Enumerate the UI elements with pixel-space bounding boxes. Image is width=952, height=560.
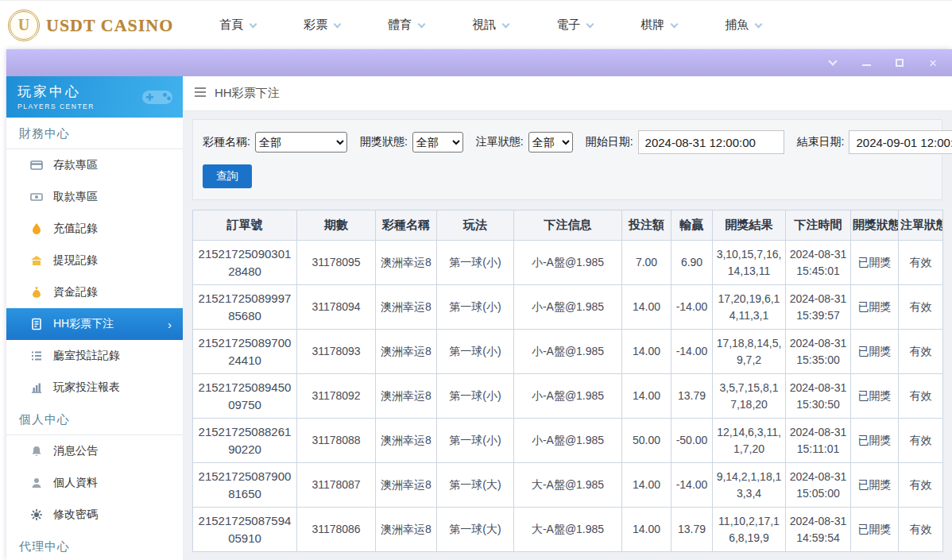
table-cell: 14.00: [622, 508, 671, 552]
table-cell: 有效: [899, 419, 943, 463]
column-header: 投注額: [622, 210, 671, 241]
lottery-ticket-icon: [30, 318, 43, 330]
table-cell: 有效: [899, 330, 943, 374]
nav-item-lottery[interactable]: 彩票: [304, 17, 340, 33]
sidebar-item-withdrawal-record[interactable]: 提現記錄: [6, 245, 183, 276]
table-cell: 已開獎: [851, 374, 899, 419]
table-cell: 澳洲幸运8: [376, 508, 437, 552]
order-status-select[interactable]: 全部: [528, 132, 573, 153]
sidebar-item-label: 充值記錄: [53, 222, 98, 236]
table-row: 215217250899978568031178094澳洲幸运8第一球(小)小-…: [193, 285, 943, 330]
table-cell: 2152172508999785680: [193, 285, 297, 330]
table-cell: 第一球(小): [437, 330, 514, 374]
nav-item-label: 首頁: [219, 17, 243, 33]
sidebar: 玩家中心 PLAYERS CENTER 財務中心 存款專: [6, 76, 183, 560]
chevron-down-icon: [334, 20, 342, 28]
table-cell: 第一球(大): [437, 508, 514, 552]
column-header: 輸贏: [671, 210, 713, 241]
table-cell: 3,5,7,15,8,17,18,20: [713, 374, 786, 419]
nav-item-label: 棋牌: [640, 17, 664, 33]
sidebar-item-profile[interactable]: 個人資料: [6, 467, 183, 499]
table-cell: 2152172508759405910: [193, 508, 297, 552]
nav-item-sports[interactable]: 體育: [388, 17, 424, 33]
start-date-label: 開始日期:: [586, 135, 633, 149]
table-cell: -14.00: [671, 463, 713, 508]
table-cell: 第一球(小): [437, 374, 514, 419]
table-cell: 已開獎: [851, 330, 899, 374]
sidebar-item-label: 提現記錄: [53, 253, 98, 268]
section-header-agent: 代理中心: [6, 531, 183, 560]
table-cell: 有效: [899, 241, 943, 285]
chevron-down-icon: [586, 20, 594, 28]
table-cell: 2152172509030128480: [193, 241, 297, 285]
sidebar-item-withdraw[interactable]: 取款專區: [6, 181, 183, 213]
nav-item-board-games[interactable]: 棋牌: [640, 17, 677, 33]
sidebar-item-announcements[interactable]: 消息公告: [6, 435, 183, 467]
table-cell: 2024-08-31 15:35:00: [786, 330, 851, 374]
table-cell: 有效: [899, 463, 943, 508]
start-date-input[interactable]: [638, 130, 784, 154]
close-icon[interactable]: ×: [927, 56, 939, 69]
chevron-down-icon: [755, 20, 763, 28]
table-cell: 31178095: [297, 241, 376, 285]
filter-panel: 彩種名稱: 全部 開獎狀態: 全部 注單狀態:: [192, 119, 942, 200]
table-cell: 31178094: [297, 285, 376, 330]
table-cell: 14.00: [622, 463, 671, 508]
gamepad-icon: [138, 83, 176, 114]
table-cell: 澳洲幸运8: [376, 374, 437, 419]
sidebar-item-funds-record[interactable]: 資金記錄: [6, 276, 183, 308]
window-titlebar: ×: [6, 49, 952, 76]
sidebar-item-recharge-record[interactable]: 充值記錄: [6, 213, 183, 245]
nav-item-home[interactable]: 首頁: [219, 17, 256, 33]
table-cell: 31178092: [297, 374, 376, 419]
table-cell: 小-A盤@1.985: [514, 285, 622, 330]
site-logo[interactable]: U USDT CASINO: [8, 10, 173, 41]
minimize-icon[interactable]: [860, 56, 873, 69]
maximize-icon[interactable]: [893, 56, 906, 69]
collapse-icon[interactable]: [826, 56, 839, 69]
column-header: 開獎結果: [713, 210, 786, 241]
table-cell: 第一球(大): [437, 463, 514, 508]
player-center-window: × 玩家中心 PLAYERS CENTER 財務中心: [6, 49, 952, 560]
sidebar-item-hall-bet-record[interactable]: 廳室投註記錄: [6, 340, 183, 372]
table-cell: 小-A盤@1.985: [514, 374, 622, 419]
nav-item-slots[interactable]: 電子: [556, 17, 593, 33]
section-header-personal: 個人中心: [6, 404, 183, 435]
sidebar-item-player-bet-report[interactable]: 玩家投注報表: [6, 372, 183, 404]
table-cell: 小-A盤@1.985: [514, 330, 622, 374]
lottery-name-select[interactable]: 全部: [255, 132, 347, 153]
chevron-down-icon: [250, 20, 257, 28]
table-cell: 2024-08-31 15:39:57: [786, 285, 851, 330]
content-area: 彩種名稱: 全部 開獎狀態: 全部 注單狀態:: [183, 111, 952, 560]
table-header-row: 訂單號期數彩種名稱玩法下注信息投注額輸贏開獎結果下注時間開獎狀態注單狀態: [193, 210, 943, 241]
table-cell: 7.00: [622, 241, 671, 285]
sidebar-item-deposit[interactable]: 存款專區: [6, 149, 183, 181]
cash-icon: [30, 191, 43, 203]
column-header: 期數: [297, 210, 376, 241]
column-header: 下注時間: [786, 210, 851, 241]
table-row: 215217250875940591031178086澳洲幸运8第一球(大)大-…: [193, 508, 943, 552]
nav-item-live-video[interactable]: 視訊: [472, 17, 509, 33]
table-cell: 50.00: [622, 419, 671, 463]
table-cell: 2024-08-31 15:11:01: [786, 419, 851, 463]
end-date-input[interactable]: [849, 130, 952, 154]
logo-emblem-icon: U: [8, 10, 40, 41]
hamburger-icon[interactable]: [194, 87, 207, 100]
bank-house-icon: [30, 254, 43, 267]
sidebar-item-hh-lottery-bet[interactable]: HH彩票下注 ›: [6, 308, 183, 340]
sidebar-item-change-password[interactable]: 修改密碼: [6, 499, 183, 531]
table-cell: 31178088: [297, 419, 376, 463]
search-button[interactable]: 查詢: [203, 164, 252, 188]
table-cell: -14.00: [671, 285, 713, 330]
table-cell: 有效: [899, 374, 943, 419]
page-title: HH彩票下注: [215, 86, 280, 101]
table-cell: 9,14,2,1,18,13,3,4: [713, 463, 786, 508]
gear-icon: [30, 508, 43, 521]
chevron-down-icon: [671, 20, 679, 28]
table-cell: 17,18,8,14,5,9,7,2: [713, 330, 786, 374]
sidebar-item-label: 取款專區: [53, 190, 98, 204]
nav-item-fishing[interactable]: 捕魚: [725, 17, 761, 33]
nav-item-label: 捕魚: [725, 17, 749, 33]
table-cell: 13.79: [671, 508, 713, 552]
draw-status-select[interactable]: 全部: [412, 132, 463, 153]
